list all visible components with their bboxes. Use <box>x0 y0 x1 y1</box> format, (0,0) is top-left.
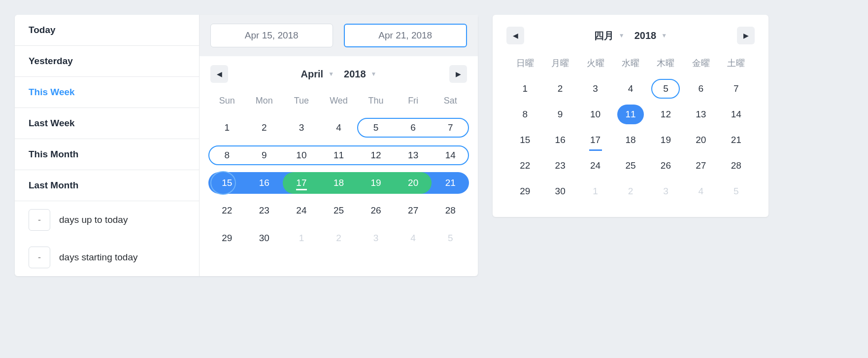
month-dropdown[interactable]: 四月 ▼ <box>594 29 625 42</box>
calendar-header: ◀ 四月 ▼ 2018 ▼ ▶ <box>498 20 764 47</box>
calendar-day[interactable]: 19 <box>357 178 395 188</box>
calendar-day[interactable]: 4 <box>613 76 648 102</box>
calendar-day[interactable]: 2 <box>246 122 283 133</box>
calendar-day[interactable]: 2 <box>542 76 577 102</box>
calendar-day[interactable]: 6 <box>395 122 432 133</box>
calendar-day[interactable]: 17 <box>578 127 613 153</box>
week-row: 891011121314 <box>208 143 469 168</box>
dow-label: Fri <box>395 96 432 106</box>
preset-option[interactable]: Yesterday <box>15 46 199 77</box>
preset-option[interactable]: Today <box>15 15 199 46</box>
calendar-day[interactable]: 8 <box>507 102 542 127</box>
preset-option[interactable]: This Week <box>15 77 199 108</box>
calendar-day[interactable]: 29 <box>208 233 246 244</box>
calendar-day[interactable]: 20 <box>395 178 432 188</box>
preset-option[interactable]: Last Week <box>15 108 199 139</box>
year-dropdown[interactable]: 2018 ▼ <box>634 30 667 41</box>
calendar-day[interactable]: 26 <box>648 153 683 179</box>
week-row: 15161718192021 <box>208 170 469 196</box>
month-dropdown[interactable]: April ▼ <box>301 69 334 80</box>
calendar-day[interactable]: 25 <box>320 205 358 216</box>
calendar-side: Apr 15, 2018 Apr 21, 2018 ◀ April ▼ 2018… <box>200 15 478 276</box>
calendar-day[interactable]: 1 <box>507 76 542 102</box>
calendar-day[interactable]: 11 <box>320 150 358 161</box>
calendar-day[interactable]: 14 <box>432 150 469 161</box>
calendar-day[interactable]: 24 <box>578 153 613 179</box>
year-dropdown[interactable]: 2018 ▼ <box>344 69 376 80</box>
week-row: 22232425262728 <box>208 198 469 223</box>
calendar-day[interactable]: 26 <box>357 205 395 216</box>
prev-month-button[interactable]: ◀ <box>210 65 228 83</box>
calendar-day[interactable]: 19 <box>648 127 683 153</box>
calendar-day[interactable]: 11 <box>613 102 648 127</box>
calendar-day[interactable]: 22 <box>507 153 542 179</box>
calendar-day[interactable]: 15 <box>208 178 246 188</box>
calendar-day[interactable]: 16 <box>246 178 283 188</box>
preset-option[interactable]: Last Month <box>15 170 199 201</box>
calendar-day[interactable]: 21 <box>432 178 469 188</box>
calendar-day[interactable]: 14 <box>719 102 754 127</box>
start-date-input[interactable]: Apr 15, 2018 <box>210 24 333 47</box>
calendar-day[interactable]: 2 <box>613 179 648 204</box>
calendar-day[interactable]: 4 <box>320 122 358 133</box>
calendar-day[interactable]: 1 <box>283 233 320 244</box>
calendar-day[interactable]: 2 <box>320 233 358 244</box>
calendar-day[interactable]: 27 <box>395 205 432 216</box>
preset-list: TodayYesterdayThis WeekLast WeekThis Mon… <box>15 15 200 276</box>
calendar-day[interactable]: 21 <box>719 127 754 153</box>
calendar-day[interactable]: 18 <box>613 127 648 153</box>
calendar-day[interactable]: 17 <box>283 178 320 188</box>
calendar-day[interactable]: 7 <box>719 76 754 102</box>
calendar-day[interactable]: 12 <box>648 102 683 127</box>
prev-month-button[interactable]: ◀ <box>506 27 524 44</box>
calendar-day[interactable]: 5 <box>719 179 754 204</box>
calendar-day[interactable]: 10 <box>283 150 320 161</box>
calendar-day[interactable]: 10 <box>578 102 613 127</box>
next-month-button[interactable]: ▶ <box>737 27 755 44</box>
calendar-day[interactable]: 22 <box>208 205 246 216</box>
calendar-day[interactable]: 1 <box>208 122 246 133</box>
calendar-day[interactable]: 30 <box>542 179 577 204</box>
calendar-day[interactable]: 7 <box>432 122 469 133</box>
calendar-day[interactable]: 6 <box>683 76 718 102</box>
preset-option[interactable]: This Month <box>15 139 199 170</box>
calendar-day[interactable]: 27 <box>683 153 718 179</box>
calendar-day[interactable]: 23 <box>542 153 577 179</box>
calendar-day[interactable]: 3 <box>578 76 613 102</box>
calendar-day[interactable]: 5 <box>357 122 395 133</box>
calendar-day[interactable]: 18 <box>320 178 358 188</box>
calendar-day[interactable]: 3 <box>648 179 683 204</box>
calendar-day[interactable]: 29 <box>507 179 542 204</box>
calendar-day[interactable]: 3 <box>283 122 320 133</box>
calendar-day[interactable]: 28 <box>432 205 469 216</box>
calendar-day[interactable]: 9 <box>542 102 577 127</box>
calendar-day[interactable]: 30 <box>246 233 283 244</box>
month-label: 四月 <box>594 29 614 42</box>
calendar-day[interactable]: 13 <box>395 150 432 161</box>
calendar-day[interactable]: 8 <box>208 150 246 161</box>
calendar-day[interactable]: 4 <box>683 179 718 204</box>
year-label: 2018 <box>344 69 366 80</box>
calendar-day[interactable]: 4 <box>395 233 432 244</box>
calendar-day[interactable]: 28 <box>719 153 754 179</box>
calendar-day[interactable]: 16 <box>542 127 577 153</box>
relative-days-input[interactable] <box>29 247 50 268</box>
calendar-day[interactable]: 24 <box>283 205 320 216</box>
calendar-day[interactable]: 25 <box>613 153 648 179</box>
calendar-day[interactable]: 5 <box>432 233 469 244</box>
dow-label: 日曜 <box>507 57 542 69</box>
calendar-day[interactable]: 5 <box>648 76 683 102</box>
calendar-day[interactable]: 20 <box>683 127 718 153</box>
week-row: 1234567 <box>208 115 469 141</box>
relative-days-input[interactable] <box>29 209 50 231</box>
calendar-day[interactable]: 12 <box>357 150 395 161</box>
next-month-button[interactable]: ▶ <box>449 65 467 83</box>
calendar-day[interactable]: 3 <box>357 233 395 244</box>
end-date-input[interactable]: Apr 21, 2018 <box>344 24 467 47</box>
calendar-day[interactable]: 1 <box>578 179 613 204</box>
calendar-day[interactable]: 15 <box>507 127 542 153</box>
calendar-day[interactable]: 13 <box>683 102 718 127</box>
calendar-day[interactable]: 23 <box>246 205 283 216</box>
chevron-down-icon: ▼ <box>328 71 334 77</box>
calendar-day[interactable]: 9 <box>246 150 283 161</box>
